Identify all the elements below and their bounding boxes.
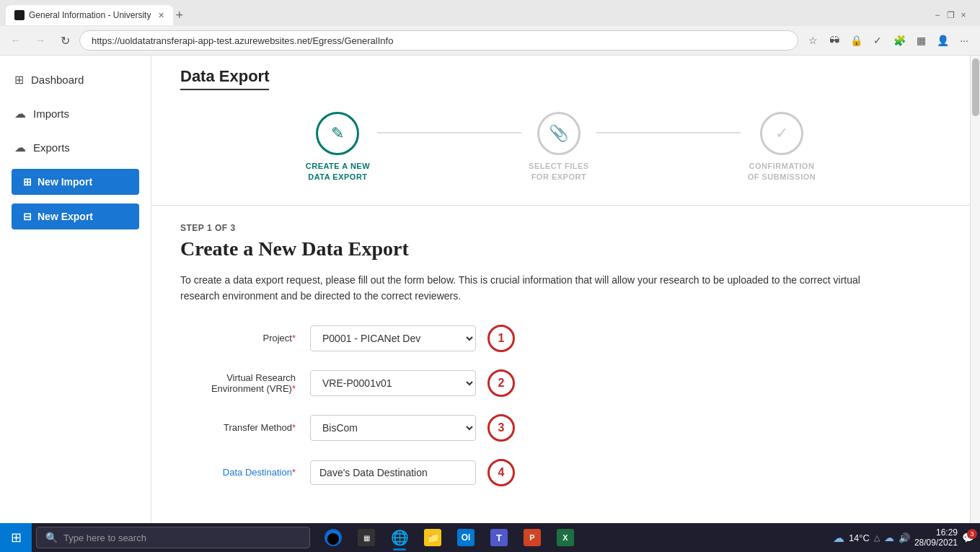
date-display: 28/09/2021	[914, 538, 958, 548]
browser-chrome: General Information - University × + − ❐…	[0, 0, 980, 56]
transfer-method-row: Transfer Method* BisCom SFTP 3	[180, 414, 941, 442]
forward-button[interactable]: →	[30, 30, 50, 51]
sidebar-item-dashboard[interactable]: ⊞ Dashboard	[0, 63, 151, 97]
dashboard-icon: ⊞	[14, 73, 24, 87]
extensions-icon[interactable]: 🧩	[889, 30, 909, 51]
taskbar-cortana[interactable]: ⬤	[317, 523, 349, 552]
taskbar-systray: ☁ 14°C △ ☁ 🔊 16:29 28/09/2021 💬 3	[833, 527, 980, 548]
tab-close-button[interactable]: ×	[158, 9, 164, 21]
new-import-label: New Import	[37, 176, 92, 188]
taskbar-excel[interactable]: X	[549, 523, 581, 552]
annotation-4: 4	[487, 459, 515, 486]
step-1-icon: ✎	[331, 124, 344, 143]
annotation-2: 2	[487, 369, 515, 397]
cortana-icon: ⬤	[325, 529, 342, 546]
new-tab-button[interactable]: +	[176, 8, 184, 23]
notification-count: 3	[967, 529, 977, 539]
settings-menu-icon[interactable]: ···	[954, 30, 974, 51]
taskbar-search[interactable]: 🔍 Type here to search	[36, 527, 310, 548]
form-description: To create a data export request, please …	[180, 272, 887, 305]
back-button[interactable]: ←	[6, 30, 26, 51]
step-1-circle: ✎	[316, 112, 359, 155]
page-header: Data Export	[151, 56, 970, 105]
steps-wizard: ✎ CREATE A NEWDATA EXPORT 📎 SELECT FILES…	[151, 105, 970, 206]
taskbar-search-icon: 🔍	[45, 532, 58, 543]
collections-icon[interactable]: ▦	[911, 30, 931, 51]
checkmark-icon[interactable]: ✓	[868, 30, 888, 51]
step-1: ✎ CREATE A NEWDATA EXPORT	[306, 112, 370, 183]
step-3-icon: ✓	[775, 124, 788, 143]
address-bar: ← → ↻ ☆ 🕶 🔒 ✓ 🧩 ▦ 👤 ···	[0, 26, 980, 55]
vre-row: Virtual Research Environment (VRE)* VRE-…	[180, 369, 941, 397]
notification-badge[interactable]: 💬 3	[962, 532, 974, 543]
scroll-thumb	[972, 58, 979, 116]
step-2-icon: 📎	[549, 124, 568, 143]
maximize-button[interactable]: ❐	[945, 10, 955, 20]
step-2: 📎 SELECT FILESFOR EXPORT	[529, 112, 589, 183]
tab-favicon	[14, 10, 25, 20]
taskbar-edge[interactable]: 🌐	[384, 523, 415, 552]
taskbar-search-text: Type here to search	[63, 533, 146, 543]
step-connector-1	[377, 132, 521, 133]
sidebar-label-exports: Exports	[33, 141, 70, 154]
time-block: 16:29 28/09/2021	[914, 527, 958, 548]
step-1-label: CREATE A NEWDATA EXPORT	[306, 161, 370, 183]
taskbar: ⊞ 🔍 Type here to search ⬤ ▦ 🌐 📁 Ol T P X	[0, 523, 980, 552]
up-arrow-icon: △	[874, 533, 880, 543]
taskbar-taskmgr[interactable]: ▦	[350, 523, 382, 552]
start-button[interactable]: ⊞	[0, 523, 32, 552]
refresh-button[interactable]: ↻	[55, 30, 75, 51]
taskmgr-icon: ▦	[358, 529, 375, 546]
taskbar-outlook[interactable]: Ol	[450, 523, 482, 552]
toolbar-icons: ☆ 🕶 🔒 ✓ 🧩 ▦ 👤 ···	[803, 30, 974, 51]
sidebar-label-dashboard: Dashboard	[31, 74, 84, 86]
vre-select[interactable]: VRE-P0001v01 VRE-P0001v02	[310, 370, 476, 396]
step-2-label: SELECT FILESFOR EXPORT	[529, 161, 589, 183]
taskbar-teams[interactable]: T	[483, 523, 515, 552]
time-display: 16:29	[914, 527, 958, 538]
close-button[interactable]: ×	[958, 10, 968, 20]
project-select[interactable]: P0001 - PICANet Dev P0002 - Option B	[310, 325, 476, 351]
url-bar[interactable]	[79, 30, 798, 51]
taskbar-files[interactable]: 📁	[417, 523, 449, 552]
new-export-button[interactable]: ⊟ New Export	[12, 203, 139, 229]
step-indicator: STEP 1 of 3	[180, 223, 941, 233]
cloud-icon: ☁	[833, 531, 844, 545]
taskbar-apps: ⬤ ▦ 🌐 📁 Ol T P X	[317, 523, 581, 552]
transfer-select[interactable]: BisCom SFTP	[310, 415, 476, 441]
annotation-3: 3	[487, 414, 515, 442]
window-controls: − ❐ ×	[932, 10, 974, 20]
transfer-required: *	[292, 422, 296, 433]
sidebar-label-imports: Imports	[33, 108, 69, 120]
form-heading: Create a New Data Export	[180, 237, 941, 260]
ppt-icon: P	[524, 529, 541, 546]
project-required: *	[292, 333, 296, 343]
excel-icon: X	[557, 529, 574, 546]
outlook-icon: Ol	[457, 529, 474, 546]
sidebar-item-exports[interactable]: ☁ Exports	[0, 131, 151, 165]
export-icon: ⊟	[23, 211, 32, 222]
new-import-button[interactable]: ⊞ New Import	[12, 169, 139, 195]
destination-input[interactable]	[310, 460, 476, 485]
edge-active-indicator	[393, 548, 406, 551]
step-2-circle: 📎	[537, 112, 581, 155]
minimize-button[interactable]: −	[932, 10, 943, 20]
import-icon: ⊞	[23, 176, 32, 188]
vre-label: Virtual Research Environment (VRE)*	[180, 372, 310, 394]
sidebar-item-imports[interactable]: ☁ Imports	[0, 97, 151, 131]
exports-icon: ☁	[14, 141, 26, 154]
sunglasses-icon[interactable]: 🕶	[824, 30, 844, 51]
browser-tab-active[interactable]: General Information - University ×	[6, 5, 173, 25]
profile-icon[interactable]: 👤	[932, 30, 953, 51]
main-content: Data Export ✎ CREATE A NEWDATA EXPORT 📎	[151, 56, 970, 552]
temp-display: 14°C	[849, 533, 870, 543]
tab-bar: General Information - University × + − ❐…	[0, 0, 980, 26]
taskbar-ppt[interactable]: P	[516, 523, 548, 552]
security-icon[interactable]: 🔒	[846, 30, 866, 51]
scroll-track[interactable]	[970, 56, 980, 552]
edge-icon: 🌐	[391, 529, 408, 546]
volume-icon: 🔊	[899, 533, 910, 543]
step-3-label: CONFIRMATIONOF SUBMISSION	[748, 161, 816, 183]
step-connector-2	[596, 132, 741, 133]
favorites-icon[interactable]: ☆	[803, 30, 823, 51]
